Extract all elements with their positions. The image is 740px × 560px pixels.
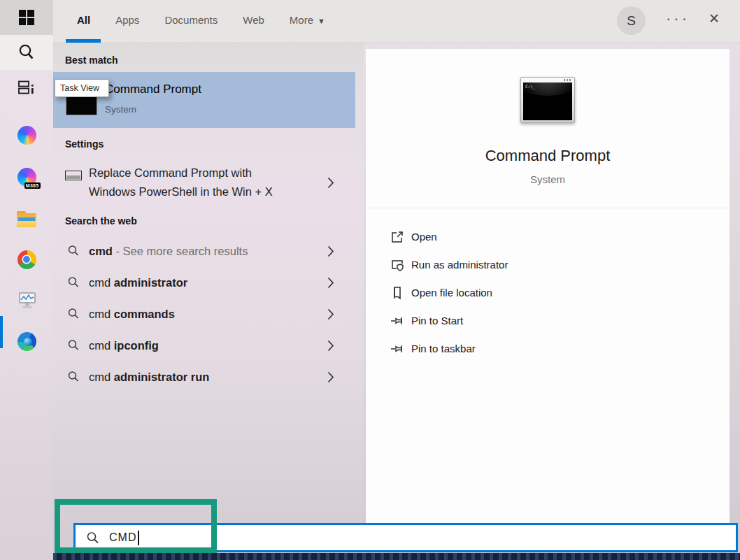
active-app-indicator	[0, 316, 3, 348]
chevron-right-icon	[327, 277, 334, 289]
avatar[interactable]: S	[617, 6, 646, 35]
result-title: Command Prompt	[105, 82, 201, 96]
annotation-highlight-box	[55, 499, 217, 553]
windows-search-flyout: M365 All	[0, 0, 740, 560]
tab-documents[interactable]: Documents	[164, 14, 218, 26]
task-view-icon	[17, 78, 36, 96]
tab-more[interactable]: More▼	[290, 14, 325, 26]
open-file-location-icon	[390, 286, 404, 300]
taskbar-item-m365-copilot[interactable]: M365	[0, 160, 53, 194]
windows-logo-icon	[19, 10, 34, 25]
settings-header: Settings	[65, 138, 104, 150]
search-icon	[67, 371, 80, 383]
result-subtitle: System	[105, 104, 136, 115]
chrome-icon	[17, 250, 36, 269]
more-options-icon[interactable]: ···	[662, 10, 694, 28]
performance-monitor-icon	[17, 292, 36, 309]
tab-apps[interactable]: Apps	[115, 14, 139, 26]
web-suggestion-row[interactable]: cmd - See more search results	[53, 236, 355, 267]
command-prompt-app-icon: C:\_	[520, 77, 575, 123]
taskbar-item-chrome[interactable]	[0, 243, 53, 276]
chevron-right-icon	[327, 245, 334, 257]
action-run-as-administrator[interactable]: Run as administrator	[366, 251, 730, 279]
tab-web[interactable]: Web	[243, 14, 264, 26]
taskbar-item-performance-monitor[interactable]	[0, 284, 53, 317]
chevron-right-icon	[327, 177, 334, 189]
taskbar-item-edge[interactable]	[0, 324, 53, 358]
search-icon	[67, 276, 80, 289]
taskbar-settings-icon	[65, 171, 82, 180]
run-as-admin-icon	[390, 258, 404, 272]
m365-badge: M365	[24, 182, 41, 189]
edge-icon	[17, 332, 36, 351]
chevron-right-icon	[327, 340, 334, 352]
tab-all[interactable]: All	[77, 14, 90, 26]
search-the-web-header: Search the web	[65, 215, 137, 227]
settings-result-line1: Replace Command Prompt with	[89, 164, 273, 182]
best-match-header: Best match	[65, 55, 118, 66]
action-open[interactable]: Open	[366, 223, 730, 251]
file-explorer-icon	[17, 211, 36, 227]
chevron-right-icon	[327, 308, 334, 320]
web-suggestion-row[interactable]: cmd administrator run	[53, 361, 355, 393]
preview-panel: C:\_ Command Prompt System Open Run as a…	[364, 43, 740, 553]
open-icon	[390, 230, 404, 244]
search-icon	[67, 339, 80, 352]
active-tab-indicator	[66, 39, 101, 43]
taskbar-search-button[interactable]	[0, 35, 53, 70]
web-suggestion-row[interactable]: cmd ipconfig	[53, 330, 355, 361]
search-icon	[67, 245, 80, 257]
chevron-right-icon	[327, 371, 334, 383]
taskbar-bottom-strip	[53, 553, 740, 560]
pin-icon	[390, 342, 404, 356]
close-icon[interactable]: ✕	[702, 10, 726, 27]
search-results-panel: Best match Command Prompt System Task Vi…	[53, 43, 364, 553]
task-view-tooltip: Task View	[55, 79, 109, 97]
divider	[366, 208, 730, 208]
task-view-button[interactable]	[0, 70, 53, 105]
taskbar-item-copilot[interactable]	[0, 118, 53, 152]
search-tab-strip: All Apps Documents Web More▼ S ··· ✕	[53, 0, 740, 43]
search-icon	[17, 43, 36, 62]
preview-title: Command Prompt	[366, 147, 730, 165]
settings-result-replace-command-prompt[interactable]: Replace Command Prompt with Windows Powe…	[53, 157, 355, 206]
action-open-file-location[interactable]: Open file location	[366, 279, 730, 307]
pin-icon	[390, 314, 404, 328]
web-suggestion-row[interactable]: cmd commands	[53, 299, 355, 330]
chevron-down-icon: ▼	[318, 17, 325, 25]
action-pin-to-taskbar[interactable]: Pin to taskbar	[366, 335, 730, 363]
start-button[interactable]	[0, 0, 53, 35]
settings-result-line2: Windows PowerShell in the Win + X	[89, 182, 273, 201]
web-suggestion-row[interactable]: cmd administrator	[53, 267, 355, 299]
action-pin-to-start[interactable]: Pin to Start	[366, 307, 730, 335]
preview-card: C:\_ Command Prompt System Open Run as a…	[366, 49, 730, 523]
copilot-icon	[17, 126, 36, 145]
search-icon	[67, 308, 80, 320]
taskbar-item-file-explorer[interactable]	[0, 202, 53, 236]
preview-subtitle: System	[366, 173, 730, 185]
taskbar: M365	[0, 0, 53, 560]
